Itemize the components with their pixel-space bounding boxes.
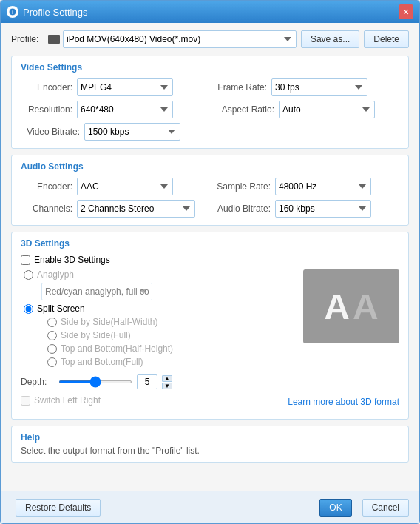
enable-3d-label: Enable 3D Settings: [34, 255, 110, 265]
audio-left-col: Encoder: AAC Channels: 2 Channels Stereo: [21, 178, 209, 218]
framerate-row: Frame Rate: 30 fps: [211, 78, 399, 96]
window-title: Profile Settings: [23, 7, 399, 18]
help-section: Help Select the output format from the "…: [11, 426, 409, 463]
learn-more-link[interactable]: Learn more about 3D format: [288, 397, 399, 407]
sbs-full-label: Side by Side(Full): [61, 330, 131, 340]
framerate-select[interactable]: 30 fps: [271, 78, 368, 96]
profile-label: Profile:: [11, 34, 48, 44]
anaglyph-row: Anaglyph: [21, 269, 297, 280]
app-icon: i: [7, 6, 18, 18]
depth-row: Depth: ▲ ▼: [21, 374, 399, 389]
restore-defaults-button[interactable]: Restore Defaults: [16, 499, 101, 517]
anaglyph-option-select[interactable]: Red/cyan anaglyph, full color: [41, 283, 152, 300]
switch-lr-row: Switch Left Right Learn more about 3D fo…: [21, 394, 399, 407]
encoder-label: Encoder:: [21, 82, 72, 93]
channels-label: Channels:: [21, 204, 72, 214]
sbs-full-row: Side by Side(Full): [21, 330, 297, 340]
main-content: Profile: iPod MOV(640x480) Video(*.mov) …: [1, 23, 419, 491]
switch-lr-checkbox[interactable]: [21, 396, 30, 406]
profile-row: Profile: iPod MOV(640x480) Video(*.mov) …: [11, 30, 409, 48]
resolution-row: Resolution: 640*480: [21, 101, 209, 118]
cancel-button[interactable]: Cancel: [362, 499, 409, 517]
tb-half-row: Top and Bottom(Half-Height): [21, 343, 297, 354]
save-as-button[interactable]: Save as...: [301, 30, 359, 48]
3d-body: Anaglyph Red/cyan anaglyph, full color S…: [21, 269, 399, 370]
anaglyph-radio[interactable]: [24, 270, 33, 280]
profile-settings-window: i Profile Settings × Profile: iPod MOV(6…: [0, 0, 420, 524]
encoder-select[interactable]: MPEG4: [77, 78, 173, 96]
3d-settings-title: 3D Settings: [21, 238, 399, 249]
help-title: Help: [21, 432, 399, 443]
samplerate-row: Sample Rate: 48000 Hz: [211, 178, 399, 195]
aspectratio-select[interactable]: Auto: [279, 101, 375, 118]
3d-settings-section: 3D Settings Enable 3D Settings Anaglyph …: [11, 232, 409, 420]
depth-slider[interactable]: [58, 380, 132, 383]
footer-right: OK Cancel: [315, 499, 409, 517]
split-screen-row: Split Screen: [21, 303, 297, 314]
aencoder-label: Encoder:: [21, 181, 72, 192]
channels-row: Channels: 2 Channels Stereo: [21, 200, 209, 218]
depth-increment[interactable]: ▲: [162, 375, 172, 382]
video-right-col: Frame Rate: 30 fps Aspect Ratio: Auto: [211, 78, 399, 141]
depth-value-input[interactable]: [137, 374, 158, 389]
resolution-select[interactable]: 640*480: [77, 101, 173, 118]
resolution-label: Resolution:: [21, 104, 72, 115]
3d-preview: A A: [303, 269, 399, 343]
encoder-row: Encoder: MPEG4: [21, 78, 209, 96]
abitrate-row: Audio Bitrate: 160 kbps: [211, 200, 399, 218]
vbitrate-select[interactable]: 1500 kbps: [84, 123, 180, 141]
sbs-half-row: Side by Side(Half-Width): [21, 317, 297, 327]
anaglyph-label: Anaglyph: [37, 269, 74, 280]
vbitrate-row: Video Bitrate: 1500 kbps: [21, 123, 209, 141]
tb-full-radio[interactable]: [47, 357, 57, 367]
framerate-label: Frame Rate:: [211, 82, 267, 93]
depth-label: Depth:: [21, 377, 54, 387]
sbs-half-radio[interactable]: [47, 318, 57, 327]
sbs-full-radio[interactable]: [47, 331, 57, 340]
sbs-half-label: Side by Side(Half-Width): [61, 317, 158, 327]
profile-icon: [48, 35, 60, 44]
split-screen-radio[interactable]: [24, 304, 33, 314]
aspectratio-row: Aspect Ratio: Auto: [211, 101, 399, 118]
switch-lr-label: Switch Left Right: [34, 395, 101, 406]
audio-settings-title: Audio Settings: [21, 161, 399, 172]
channels-select[interactable]: 2 Channels Stereo: [77, 200, 195, 218]
aspectratio-label: Aspect Ratio:: [211, 104, 274, 115]
ok-button[interactable]: OK: [319, 499, 351, 517]
split-screen-label: Split Screen: [37, 303, 85, 314]
preview-letter-right: A: [353, 286, 379, 327]
aencoder-select[interactable]: AAC: [77, 178, 173, 195]
vbitrate-label: Video Bitrate:: [21, 127, 80, 137]
enable-3d-row: Enable 3D Settings: [21, 255, 399, 265]
3d-options: Anaglyph Red/cyan anaglyph, full color S…: [21, 269, 297, 370]
preview-letter-left: A: [324, 286, 350, 327]
video-settings-grid: Encoder: MPEG4 Resolution: 640*480 Video…: [21, 78, 399, 141]
video-settings-section: Video Settings Encoder: MPEG4 Resolution…: [11, 56, 409, 149]
footer: Restore Defaults OK Cancel: [1, 491, 419, 523]
titlebar: i Profile Settings ×: [1, 1, 419, 23]
video-left-col: Encoder: MPEG4 Resolution: 640*480 Video…: [21, 78, 209, 141]
samplerate-select[interactable]: 48000 Hz: [275, 178, 371, 195]
tb-full-label: Top and Bottom(Full): [61, 357, 143, 367]
preview-letters: A A: [324, 286, 378, 327]
anaglyph-option-row: Red/cyan anaglyph, full color: [27, 283, 297, 300]
aencoder-row: Encoder: AAC: [21, 178, 209, 195]
enable-3d-checkbox[interactable]: [21, 255, 30, 265]
close-button[interactable]: ×: [399, 4, 413, 19]
samplerate-label: Sample Rate:: [211, 181, 271, 192]
svg-text:i: i: [12, 9, 13, 16]
help-text: Select the output format from the "Profi…: [21, 446, 399, 456]
abitrate-label: Audio Bitrate:: [211, 204, 271, 214]
abitrate-select[interactable]: 160 kbps: [275, 200, 371, 218]
delete-button[interactable]: Delete: [364, 30, 409, 48]
tb-full-row: Top and Bottom(Full): [21, 357, 297, 367]
video-settings-title: Video Settings: [21, 62, 399, 73]
tb-half-radio[interactable]: [47, 344, 57, 354]
audio-settings-grid: Encoder: AAC Channels: 2 Channels Stereo: [21, 178, 399, 218]
tb-half-label: Top and Bottom(Half-Height): [61, 343, 173, 354]
depth-spinner: ▲ ▼: [162, 375, 172, 389]
profile-select[interactable]: iPod MOV(640x480) Video(*.mov): [63, 30, 297, 48]
audio-right-col: Sample Rate: 48000 Hz Audio Bitrate: 160…: [211, 178, 399, 218]
audio-settings-section: Audio Settings Encoder: AAC Channels: 2 …: [11, 155, 409, 226]
depth-decrement[interactable]: ▼: [162, 383, 172, 389]
